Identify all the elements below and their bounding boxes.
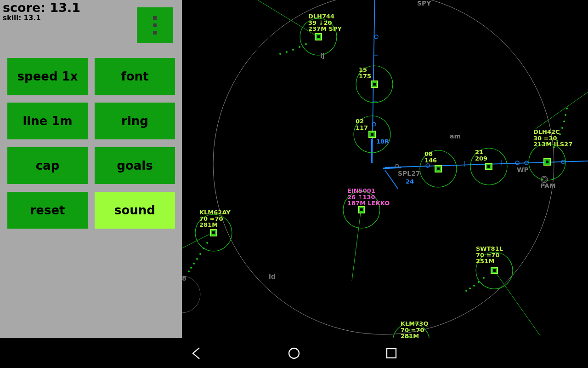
svg-point-76 <box>465 290 467 292</box>
svg-point-32 <box>286 51 288 53</box>
svg-point-30 <box>299 46 300 48</box>
svg-point-55 <box>566 108 568 109</box>
svg-point-68 <box>188 270 190 272</box>
menu-dots-icon <box>153 23 157 27</box>
svg-point-72 <box>483 277 485 279</box>
svg-point-33 <box>279 53 281 55</box>
svg-point-51 <box>559 133 561 135</box>
home-icon[interactable] <box>287 346 301 361</box>
svg-point-19 <box>543 178 546 181</box>
svg-rect-39 <box>371 133 373 136</box>
skill-label: skill: <box>3 14 24 22</box>
android-navbar <box>0 338 588 368</box>
svg-rect-42 <box>437 167 440 170</box>
svg-point-75 <box>469 288 471 289</box>
svg-point-64 <box>199 253 201 255</box>
aircraft-klm62ay[interactable] <box>188 214 232 272</box>
score-label: score: <box>3 0 50 15</box>
svg-rect-36 <box>373 83 376 86</box>
svg-line-22 <box>182 232 213 253</box>
aircraft-08[interactable] <box>420 150 457 187</box>
svg-point-49 <box>553 146 555 148</box>
svg-point-66 <box>193 263 195 264</box>
svg-point-54 <box>565 114 566 116</box>
svg-rect-45 <box>487 165 490 168</box>
svg-point-73 <box>478 281 480 283</box>
score-value: 13.1 <box>50 0 80 15</box>
aircraft-dlh42c[interactable] <box>529 108 568 180</box>
svg-rect-81 <box>387 349 396 358</box>
svg-line-17 <box>385 170 398 189</box>
svg-point-80 <box>289 348 299 358</box>
line-button[interactable]: line 1m <box>7 103 88 139</box>
speed-button[interactable]: speed 1x <box>7 58 88 95</box>
svg-rect-48 <box>546 161 548 163</box>
button-grid: speed 1x font line 1m ring cap goals res… <box>7 58 175 229</box>
svg-point-31 <box>292 49 294 51</box>
svg-point-53 <box>563 121 565 122</box>
font-button[interactable]: font <box>95 58 175 95</box>
aircraft-15[interactable] <box>356 66 393 103</box>
back-icon[interactable] <box>189 346 204 361</box>
svg-point-79 <box>408 336 410 338</box>
svg-point-0 <box>213 0 554 334</box>
ring-button[interactable]: ring <box>95 103 175 139</box>
svg-line-24 <box>536 92 588 129</box>
svg-point-65 <box>196 258 198 260</box>
svg-line-16 <box>383 167 401 168</box>
svg-point-29 <box>305 43 307 45</box>
cap-button[interactable]: cap <box>7 147 88 184</box>
svg-rect-58 <box>360 208 363 211</box>
control-panel: score: 13.1 skill: 13.1 speed 1x font li… <box>0 0 182 338</box>
svg-point-15 <box>426 164 430 167</box>
aircraft-ein5001[interactable] <box>343 191 380 228</box>
svg-point-78 <box>408 329 410 331</box>
svg-point-1 <box>182 276 200 313</box>
svg-point-62 <box>206 242 208 244</box>
aircraft-swt81l[interactable] <box>465 252 513 292</box>
svg-point-50 <box>556 140 558 142</box>
svg-point-67 <box>190 267 192 269</box>
aircraft-21[interactable] <box>470 148 507 185</box>
aircraft-klm73q[interactable] <box>393 323 430 338</box>
reset-button[interactable]: reset <box>7 192 88 229</box>
svg-line-21 <box>258 0 318 37</box>
svg-rect-71 <box>493 269 496 272</box>
svg-rect-61 <box>212 231 215 234</box>
menu-dots-icon <box>153 31 157 34</box>
skill-value: 13.1 <box>24 14 41 22</box>
radar-scope[interactable]: SPY ij am WP PAM ld 8 18R SPL27 24 DLH74… <box>182 0 588 338</box>
svg-point-63 <box>203 247 204 249</box>
sound-button[interactable]: sound <box>95 192 175 229</box>
status-block: score: 13.1 skill: 13.1 <box>3 0 80 22</box>
svg-point-52 <box>561 127 563 129</box>
menu-dots-icon <box>153 16 157 20</box>
svg-point-3 <box>374 35 378 39</box>
svg-rect-28 <box>317 35 320 38</box>
svg-line-23 <box>494 270 540 336</box>
goals-button[interactable]: goals <box>95 147 175 184</box>
aircraft-dlh744[interactable] <box>279 18 337 55</box>
menu-button[interactable] <box>137 7 173 43</box>
svg-point-77 <box>393 323 430 338</box>
svg-line-25 <box>352 209 361 281</box>
recent-apps-icon[interactable] <box>384 346 399 361</box>
svg-point-74 <box>473 285 475 287</box>
